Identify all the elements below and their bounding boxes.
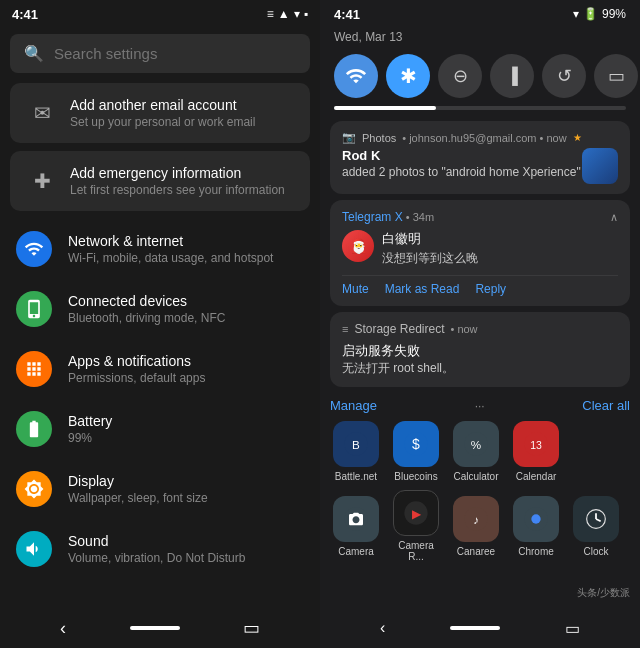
display-icon [16,471,52,507]
battlenet-icon: B [333,421,379,467]
apps-row-1: B Battle.net $ Bluecoins % Calculator 13 [330,417,630,486]
apps-icon [16,351,52,387]
date-text: Wed, Mar 13 [334,30,402,44]
calculator-icon: % [453,421,499,467]
sound-icon [16,531,52,567]
mute-button[interactable]: Mute [342,282,369,296]
settings-item-display[interactable]: Display Wallpaper, sleep, font size [0,459,320,519]
battery-percent: 99% [602,7,626,21]
quick-toggles: ✱ ⊖ ▐ ↺ ▭ [320,50,640,106]
bluetooth-toggle[interactable]: ✱ [386,54,430,98]
app-item-canaree[interactable]: ♪ Canaree [450,496,502,557]
app-item-clock[interactable]: Clock [570,496,622,557]
network-icon [16,231,52,267]
svg-text:▶: ▶ [412,507,422,520]
settings-item-apps[interactable]: Apps & notifications Permissions, defaul… [0,339,320,399]
settings-item-sound[interactable]: Sound Volume, vibration, Do Not Disturb [0,519,320,579]
clock-icon [573,496,619,542]
battery-saver-icon: ▭ [608,65,625,87]
dnd-icon: ⊖ [453,65,468,87]
telegram-avatar: 🎅 [342,230,374,262]
status-bar-right: 4:41 ▾ 🔋 99% [320,0,640,28]
battery-title: Battery [68,413,112,429]
email-card[interactable]: ✉ Add another email account Set up your … [10,83,310,143]
home-indicator-right[interactable] [450,626,500,630]
brightness-fill [334,106,436,110]
brightness-track[interactable] [334,106,626,110]
svg-text:B: B [352,438,360,451]
app-item-calendar[interactable]: 13 Calendar [510,421,562,482]
settings-item-devices[interactable]: Connected devices Bluetooth, driving mod… [0,279,320,339]
settings-item-battery[interactable]: Battery 99% [0,399,320,459]
svg-text:13: 13 [530,439,542,451]
nav-bar-right: ‹ ▭ [320,608,640,648]
photos-notification[interactable]: 📷 Photos • johnson.hu95@gmail.com • now … [330,121,630,194]
camera-r-label: Camera R... [390,540,442,562]
app-item-calculator[interactable]: % Calculator [450,421,502,482]
search-input[interactable] [54,45,296,62]
storage-app-name: Storage Redirect [354,322,444,336]
reply-button[interactable]: Reply [475,282,506,296]
settings-item-network[interactable]: Network & internet Wi-Fi, mobile, data u… [0,219,320,279]
rotate-toggle[interactable]: ↺ [542,54,586,98]
storage-notification[interactable]: ≡ Storage Redirect • now 启动服务失败 无法打开 roo… [330,312,630,387]
calendar-icon: 13 [513,421,559,467]
clear-all-button[interactable]: Clear all [582,398,630,413]
back-button-right[interactable]: ‹ [380,619,385,637]
back-button-left[interactable]: ‹ [60,618,66,639]
status-bar-left: 4:41 ≡ ▲ ▾ ▪ [0,0,320,28]
network-title: Network & internet [68,233,273,249]
left-panel: 4:41 ≡ ▲ ▾ ▪ 🔍 ✉ Add another email accou… [0,0,320,648]
home-indicator-left[interactable] [130,626,180,630]
svg-text:$: $ [412,436,420,452]
battery-subtitle: 99% [68,431,112,445]
mark-read-button[interactable]: Mark as Read [385,282,460,296]
app-item-chrome[interactable]: Chrome [510,496,562,557]
canaree-label: Canaree [457,546,495,557]
emergency-card[interactable]: ✚ Add emergency information Let first re… [10,151,310,211]
sound-subtitle: Volume, vibration, Do Not Disturb [68,551,245,565]
chevron-up-icon[interactable]: ∧ [610,211,618,224]
battery-saver-toggle[interactable]: ▭ [594,54,638,98]
photos-message: added 2 photos to "android home Xperienc… [342,165,581,179]
apps-overflow: ··· [475,399,485,413]
camera-r-icon: ▶ [393,490,439,536]
signal-icon: ▲ [278,7,290,21]
recents-button-left[interactable]: ▭ [243,617,260,639]
svg-point-14 [531,514,540,523]
photos-sender: Rod K [342,148,581,163]
devices-title: Connected devices [68,293,225,309]
menu-icon: ≡ [267,7,274,21]
brightness-bar[interactable] [320,106,640,118]
search-bar[interactable]: 🔍 [10,34,310,73]
app-item-battlenet[interactable]: B Battle.net [330,421,382,482]
app-item-camera[interactable]: Camera [330,496,382,557]
camera-label: Camera [338,546,374,557]
search-icon: 🔍 [24,44,44,63]
wifi-toggle[interactable] [334,54,378,98]
wifi-icon-left: ▾ [294,7,300,21]
flashlight-icon: ▐ [506,67,517,85]
recents-button-right[interactable]: ▭ [565,619,580,638]
bluecoins-label: Bluecoins [394,471,437,482]
svg-text:♪: ♪ [473,512,479,525]
telegram-message: 没想到等到这么晚 [382,250,478,267]
canaree-icon: ♪ [453,496,499,542]
app-item-bluecoins[interactable]: $ Bluecoins [390,421,442,482]
display-subtitle: Wallpaper, sleep, font size [68,491,208,505]
star-icon: ★ [573,132,582,143]
svg-point-8 [344,507,367,530]
flashlight-toggle[interactable]: ▐ [490,54,534,98]
watermark: 头条/少数派 [577,586,630,600]
camera-icon [333,496,379,542]
status-icons-left: ≡ ▲ ▾ ▪ [267,7,308,21]
telegram-sender: 白徽明 [382,230,478,248]
app-item-camera-r[interactable]: ▶ Camera R... [390,490,442,562]
email-icon: ✉ [26,97,58,129]
clock-label: Clock [583,546,608,557]
email-card-title: Add another email account [70,97,255,113]
apps-section: Manage ··· Clear all B Battle.net $ Blue… [330,394,630,566]
telegram-notification[interactable]: Telegram X • 34m ∧ 🎅 白徽明 没想到等到这么晚 Mute M… [330,200,630,306]
manage-button[interactable]: Manage [330,398,377,413]
dnd-toggle[interactable]: ⊖ [438,54,482,98]
